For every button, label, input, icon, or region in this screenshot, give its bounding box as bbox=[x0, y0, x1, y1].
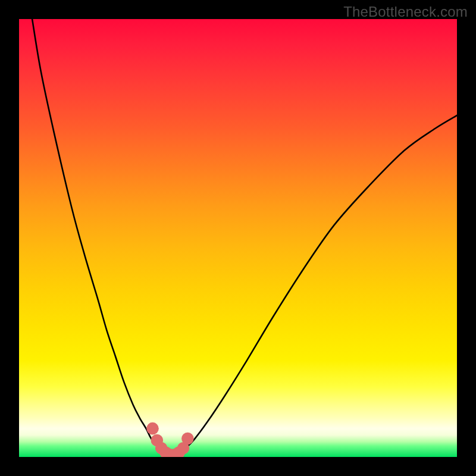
chart-frame: TheBottleneck.com bbox=[0, 0, 476, 476]
plot-area bbox=[19, 19, 457, 457]
valley-marker-group bbox=[146, 422, 193, 457]
bottleneck-curve bbox=[19, 19, 457, 457]
valley-marker bbox=[146, 422, 159, 435]
curve-line bbox=[32, 19, 457, 456]
valley-marker bbox=[181, 433, 194, 445]
watermark-text: TheBottleneck.com bbox=[343, 4, 468, 20]
